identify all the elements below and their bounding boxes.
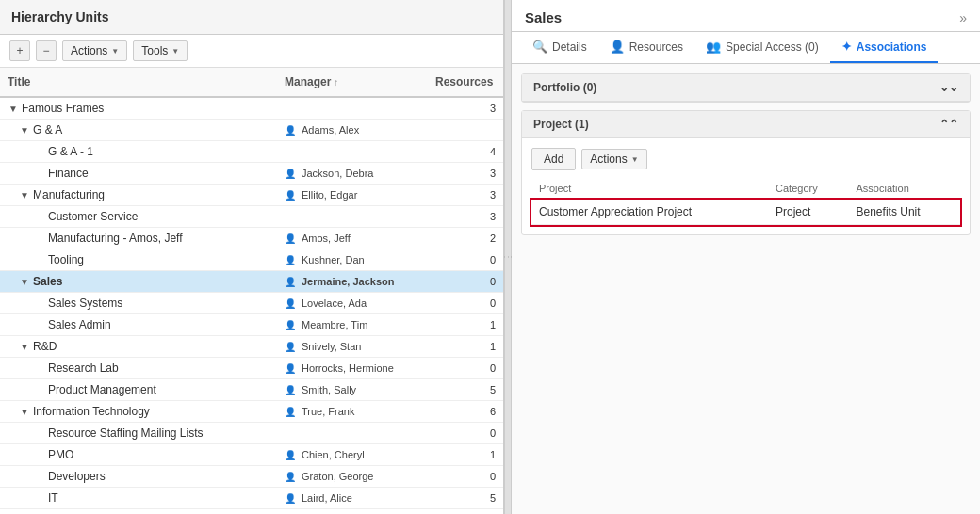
tools-label: Tools [141,44,168,57]
manager-name: True, Frank [302,406,354,417]
tree-row-manager: 👤Lovelace, Ada [277,294,428,313]
tree-row-manager: 👤Chien, Cheryl [277,445,428,464]
tree-toggle-icon[interactable]: ▼ [19,189,30,201]
project-table-row[interactable]: Customer Appreciation ProjectProjectBene… [531,200,960,225]
tree-title-text: R&D [33,340,57,353]
tree-title-text: Sales Admin [48,318,111,331]
tree-title-text: Developers [48,470,106,483]
tree-row-title: Sales Systems [0,293,277,313]
tree-title-text: Tooling [48,253,84,266]
expand-icon[interactable]: » [959,10,967,25]
scroll-divider[interactable]: ⋮ [504,0,512,514]
tree-title-text: Sales [33,275,62,288]
add-icon-button[interactable]: + [9,40,30,61]
project-table-head: Project Category Association [531,178,960,200]
tree-row-manager: 👤Adams, Alex [277,120,428,139]
tree-row[interactable]: Customer Service3 [0,206,503,228]
person-icon: 👤 [285,233,296,244]
tree-row-manager: 👤True, Frank [277,402,428,421]
portfolio-toggle-icon: ⌄⌄ [939,81,958,94]
tree-row-title: Research Lab [0,358,277,378]
tree-row[interactable]: Resource Staffing Mailing Lists0 [0,423,503,444]
manager-name: Amos, Jeff [302,233,351,244]
tree-title-text: Famous Frames [22,102,104,115]
right-content: Portfolio (0) ⌄⌄ Project (1) ⌃⌃ Add Acti… [512,64,980,514]
sort-icon: ↑ [334,77,338,88]
tree-row-title: Sales Admin [0,314,277,335]
manager-name: Jackson, Debra [302,168,373,179]
remove-icon-button[interactable]: − [36,40,57,61]
right-panel-title: Sales [525,9,562,25]
project-label: Project (1) [533,118,589,131]
add-project-button[interactable]: Add [531,148,576,170]
manager-name: Laird, Alice [302,492,352,504]
person-icon: 👤 [285,277,296,287]
tree-row[interactable]: ▼Sales👤Jermaine, Jackson0 [0,271,503,293]
tree-toggle-icon[interactable]: ▼ [19,341,30,352]
tree-row[interactable]: IT👤Laird, Alice5 [0,488,503,509]
tree-row-resources: 1 [428,445,503,464]
tab-details-label: Details [552,40,587,54]
person-icon: 👤 [285,407,296,417]
tab-associations[interactable]: ✦ Associations [830,32,939,63]
tree-row[interactable]: Developers👤Graton, George0 [0,466,503,488]
portfolio-header[interactable]: Portfolio (0) ⌄⌄ [522,74,970,102]
portfolio-label: Portfolio (0) [533,81,596,94]
tree-row[interactable]: Sales Admin👤Meambre, Tim1 [0,314,503,336]
person-icon: 👤 [285,320,296,330]
tree-title-text: G & A - 1 [48,145,93,158]
tree-row[interactable]: PMO👤Chien, Cheryl1 [0,444,503,466]
tree-row-manager [277,104,428,112]
tools-dropdown-button[interactable]: Tools ▼ [133,40,188,61]
tree-row-title: Tooling [0,249,277,270]
tree-row[interactable]: Finance👤Jackson, Debra3 [0,163,503,185]
tree-toggle-icon[interactable]: ▼ [8,103,19,114]
tree-row-title: ▼Famous Frames [0,98,277,119]
person-icon: 👤 [285,125,296,136]
tree-row-resources: 3 [428,207,503,226]
tree-toggle-icon[interactable]: ▼ [19,406,30,417]
tree-row[interactable]: ▼G & A👤Adams, Alex [0,120,503,141]
tree-row[interactable]: Manufacturing - Amos, Jeff👤Amos, Jeff2 [0,228,503,249]
tree-row[interactable]: Research Lab👤Horrocks, Hermione0 [0,358,503,379]
project-body: Add Actions ▼ Project Category Associati… [522,138,970,234]
left-panel-title: Hierarchy Units [11,9,492,24]
tree-row[interactable]: ▼Famous Frames3 [0,98,503,120]
tree-row[interactable]: Product Management👤Smith, Sally5 [0,379,503,401]
tree-row[interactable]: Sales Systems👤Lovelace, Ada0 [0,293,503,314]
tree-row[interactable]: G & A - 14 [0,141,503,163]
tree-row[interactable]: ▼Manufacturing👤Ellito, Edgar3 [0,185,503,206]
tree-row[interactable]: Tooling👤Kushner, Dan0 [0,249,503,271]
tree-row-resources: 0 [428,294,503,313]
tree-row[interactable]: ▼Information Technology👤True, Frank6 [0,401,503,423]
tab-special-access[interactable]: 👥 Special Access (0) [694,32,830,63]
col-project: Project [531,178,768,200]
tree-toggle-icon[interactable]: ▼ [19,124,30,136]
tree-title-text: Customer Service [48,210,138,223]
tab-details[interactable]: 🔍 Details [521,32,598,63]
tree-row-title: G & A - 1 [0,141,277,162]
tab-resources[interactable]: 👤 Resources [598,32,694,63]
tree-row-resources: 0 [428,359,503,377]
tab-resources-label: Resources [629,40,683,54]
manager-name: Graton, George [302,471,373,482]
tree-row[interactable]: ▼R&D👤Snively, Stan1 [0,336,503,358]
right-panel: Sales » 🔍 Details 👤 Resources 👥 Special … [512,0,980,514]
project-header[interactable]: Project (1) ⌃⌃ [522,111,970,138]
details-icon: 🔍 [532,40,547,54]
tree-toggle-icon[interactable]: ▼ [19,276,30,287]
project-actions-button[interactable]: Actions ▼ [581,149,646,169]
person-icon: 👤 [285,385,296,395]
tree-row-manager: 👤Jermaine, Jackson [277,272,428,291]
person-icon: 👤 [285,169,296,179]
tree-title-text: Research Lab [48,361,119,375]
tree-title-text: G & A [33,123,62,137]
manager-name: Horrocks, Hermione [302,362,394,374]
tree-row-resources: 5 [428,380,503,399]
actions-dropdown-button[interactable]: Actions ▼ [62,40,127,61]
right-header: Sales » [512,0,980,32]
tree-row-resources: 0 [428,467,503,486]
col-manager: Manager ↑ [277,72,428,92]
manager-name: Meambre, Tim [302,319,368,330]
person-icon: 👤 [285,493,296,504]
